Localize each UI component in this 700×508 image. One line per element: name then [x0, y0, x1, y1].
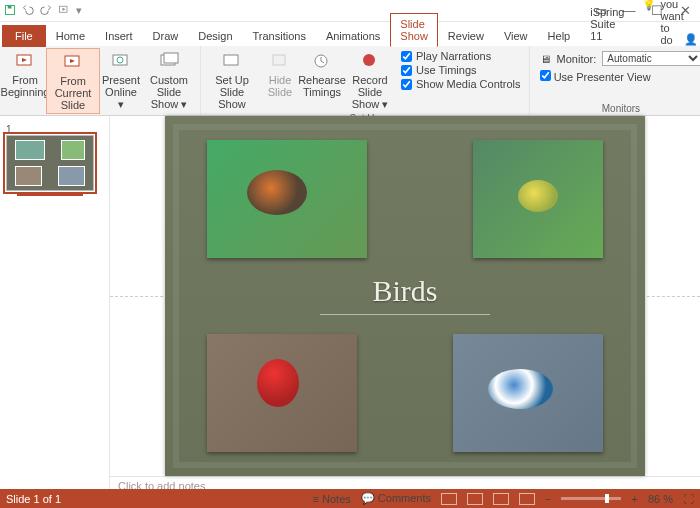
- ribbon: From Beginning From Current Slide Presen…: [0, 46, 700, 116]
- slideshow-view-icon[interactable]: [519, 493, 535, 505]
- svg-rect-1: [8, 5, 12, 8]
- slide-thumbnails-panel: 1: [0, 116, 110, 491]
- tab-ispring[interactable]: iSpring Suite 11: [580, 1, 634, 47]
- fit-window-icon[interactable]: ⛶: [683, 493, 694, 505]
- slide-title[interactable]: Birds: [165, 274, 645, 315]
- image-yellow-bird[interactable]: [473, 140, 603, 258]
- slide-canvas-area: Birds Click to add notes: [110, 116, 700, 491]
- custom-slideshow-button[interactable]: Custom Slide Show ▾: [142, 48, 196, 112]
- show-media-check[interactable]: Show Media Controls: [401, 78, 521, 90]
- ribbon-tabs: File Home Insert Draw Design Transitions…: [0, 22, 700, 46]
- group-start-slideshow: From Beginning From Current Slide Presen…: [0, 46, 201, 115]
- share-icon: 👤: [684, 33, 698, 46]
- redo-icon[interactable]: [40, 4, 52, 18]
- save-icon[interactable]: [4, 4, 16, 18]
- tab-view[interactable]: View: [494, 25, 538, 47]
- reading-view-icon[interactable]: [493, 493, 509, 505]
- tab-insert[interactable]: Insert: [95, 25, 143, 47]
- rehearse-timings-button[interactable]: Rehearse Timings: [301, 48, 343, 100]
- zoom-out-icon[interactable]: −: [545, 493, 551, 505]
- play-narrations-check[interactable]: Play Narrations: [401, 50, 521, 62]
- tab-file[interactable]: File: [2, 25, 46, 47]
- image-robin[interactable]: [207, 140, 367, 258]
- image-bluejay[interactable]: [453, 334, 603, 452]
- checkbox-icon[interactable]: [401, 51, 412, 62]
- checkbox-icon[interactable]: [401, 79, 412, 90]
- tab-help[interactable]: Help: [538, 25, 581, 47]
- zoom-level[interactable]: 86 %: [648, 493, 673, 505]
- group-label: Monitors: [534, 102, 700, 115]
- thumb-number: 1: [6, 124, 12, 135]
- notes-toggle[interactable]: ≡ Notes: [313, 493, 351, 505]
- zoom-slider[interactable]: [561, 497, 621, 500]
- sorter-view-icon[interactable]: [467, 493, 483, 505]
- setup-slideshow-button[interactable]: Set Up Slide Show: [205, 48, 259, 112]
- tab-design[interactable]: Design: [188, 25, 242, 47]
- monitor-icon: 🖥: [540, 53, 551, 65]
- hide-slide-button[interactable]: Hide Slide: [259, 48, 301, 100]
- comments-toggle[interactable]: 💬 Comments: [361, 492, 431, 505]
- monitor-select[interactable]: Automatic: [602, 51, 700, 66]
- share-button[interactable]: 👤Share: [684, 33, 700, 46]
- status-bar: Slide 1 of 1 ≡ Notes 💬 Comments − + 86 %…: [0, 489, 700, 508]
- slide-thumbnail-1[interactable]: [6, 135, 94, 191]
- slide[interactable]: Birds: [165, 116, 645, 476]
- qat-more-icon[interactable]: ▾: [76, 4, 82, 17]
- tell-me-search[interactable]: 💡Tell me what you want to do: [642, 0, 683, 46]
- workspace: 1 Birds Click to add notes: [0, 116, 700, 491]
- tab-review[interactable]: Review: [438, 25, 494, 47]
- svg-rect-9: [224, 55, 238, 65]
- tab-transitions[interactable]: Transitions: [243, 25, 316, 47]
- use-timings-check[interactable]: Use Timings: [401, 64, 521, 76]
- svg-rect-8: [164, 53, 178, 63]
- group-monitors: 🖥Monitor:Automatic Use Presenter View Mo…: [530, 46, 700, 115]
- presenter-view-check[interactable]: Use Presenter View: [540, 70, 700, 83]
- tab-slideshow[interactable]: Slide Show: [390, 13, 438, 47]
- bulb-icon: 💡: [642, 0, 656, 11]
- slide-counter: Slide 1 of 1: [6, 493, 61, 505]
- image-cardinal[interactable]: [207, 334, 357, 452]
- normal-view-icon[interactable]: [441, 493, 457, 505]
- checkbox-icon[interactable]: [401, 65, 412, 76]
- svg-rect-10: [273, 55, 285, 65]
- tab-animations[interactable]: Animations: [316, 25, 390, 47]
- checkbox-icon[interactable]: [540, 70, 551, 81]
- undo-icon[interactable]: [22, 4, 34, 18]
- from-current-slide-button[interactable]: From Current Slide: [46, 48, 100, 114]
- start-icon[interactable]: [58, 4, 70, 18]
- tab-home[interactable]: Home: [46, 25, 95, 47]
- group-setup: Set Up Slide Show Hide Slide Rehearse Ti…: [201, 46, 530, 115]
- record-slideshow-button[interactable]: Record Slide Show ▾: [343, 48, 397, 112]
- zoom-in-icon[interactable]: +: [631, 493, 637, 505]
- present-online-button[interactable]: Present Online ▾: [100, 48, 142, 112]
- tab-draw[interactable]: Draw: [143, 25, 189, 47]
- svg-point-12: [363, 54, 375, 66]
- quick-access-toolbar: ▾: [4, 4, 82, 18]
- from-beginning-button[interactable]: From Beginning: [4, 48, 46, 100]
